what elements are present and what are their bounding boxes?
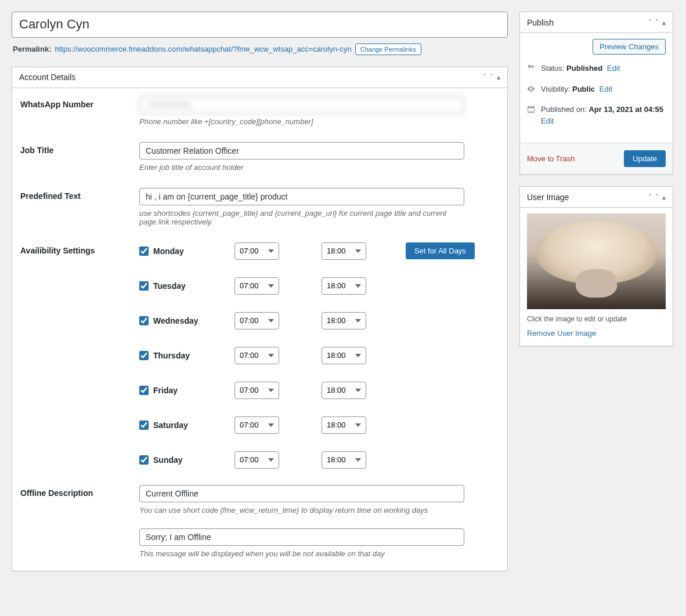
offline-desc-input-1[interactable] bbox=[139, 485, 464, 502]
whatsapp-number-help: Phone number like +[country_code][phone_… bbox=[139, 117, 464, 126]
key-icon bbox=[527, 64, 536, 75]
predefined-text-label: Predefined Text bbox=[20, 188, 139, 226]
time-to-select[interactable]: 18:00 bbox=[322, 382, 366, 399]
move-up-icon[interactable]: ˄ bbox=[648, 19, 652, 26]
job-title-help: Enter job title of account holder bbox=[139, 163, 464, 172]
time-from-select[interactable]: 07:00 bbox=[234, 451, 279, 469]
time-to-select[interactable]: 18:00 bbox=[322, 451, 366, 469]
whatsapp-number-input[interactable] bbox=[139, 96, 464, 114]
set-all-days-button[interactable]: Set for All Days bbox=[406, 242, 475, 259]
permalink-label: Permalink: bbox=[13, 45, 51, 53]
time-to-select[interactable]: 18:00 bbox=[322, 277, 366, 295]
offline-desc-label: Offline Description bbox=[20, 485, 139, 558]
time-from-select[interactable]: 07:00 bbox=[234, 242, 279, 260]
predefined-text-input[interactable] bbox=[139, 188, 464, 205]
day-label: Thursday bbox=[153, 351, 190, 360]
time-from-select[interactable]: 07:00 bbox=[234, 312, 279, 329]
published-on-value: Apr 13, 2021 at 04:55 bbox=[588, 105, 663, 114]
move-up-icon[interactable]: ˄ bbox=[648, 194, 652, 201]
time-to-select[interactable]: 18:00 bbox=[322, 347, 366, 364]
offline-desc-input-2[interactable] bbox=[139, 528, 464, 546]
post-title-input[interactable] bbox=[12, 12, 508, 38]
user-image-heading: User Image bbox=[527, 193, 569, 202]
account-details-box: Account Details ˄ ˅ ▴ WhatsApp Number Ph… bbox=[12, 67, 508, 571]
job-title-input[interactable] bbox=[139, 142, 464, 160]
offline-desc-help-2: This message will be displayed when you … bbox=[139, 549, 464, 558]
status-value: Published bbox=[566, 64, 602, 73]
day-checkbox[interactable] bbox=[139, 281, 149, 291]
availability-row: Sunday07:0018:00 bbox=[139, 451, 499, 469]
availability-row: Tuesday07:0018:00 bbox=[139, 277, 499, 295]
preview-changes-button[interactable]: Preview Changes bbox=[593, 39, 666, 55]
toggle-icon[interactable]: ▴ bbox=[662, 194, 666, 201]
edit-status-link[interactable]: Edit bbox=[607, 64, 620, 73]
edit-date-link[interactable]: Edit bbox=[541, 117, 554, 125]
permalink-row: Permalink: https://woocommerce.fmeaddons… bbox=[13, 44, 507, 55]
time-from-select[interactable]: 07:00 bbox=[234, 416, 279, 434]
move-up-icon[interactable]: ˄ bbox=[483, 74, 486, 81]
visibility-value: Public bbox=[572, 85, 595, 93]
move-down-icon[interactable]: ˅ bbox=[655, 19, 659, 26]
update-button[interactable]: Update bbox=[624, 150, 666, 167]
day-label: Tuesday bbox=[153, 281, 186, 291]
permalink-url[interactable]: https://woocommerce.fmeaddons.com/whatsa… bbox=[55, 45, 351, 53]
availability-row: Wednesday07:0018:00 bbox=[139, 312, 499, 329]
day-checkbox[interactable] bbox=[139, 386, 149, 395]
move-to-trash-link[interactable]: Move to Trash bbox=[527, 154, 575, 163]
calendar-icon bbox=[527, 105, 536, 117]
move-down-icon[interactable]: ˅ bbox=[490, 74, 493, 81]
day-checkbox[interactable] bbox=[139, 455, 149, 465]
user-image-caption: Click the image to edit or update bbox=[527, 315, 666, 323]
day-label: Monday bbox=[153, 247, 184, 256]
toggle-icon[interactable]: ▴ bbox=[662, 19, 666, 26]
offline-desc-help-1: You can use short code {fme_wcw_return_t… bbox=[139, 506, 464, 514]
availability-label: Availibility Settings bbox=[20, 242, 139, 469]
time-from-select[interactable]: 07:00 bbox=[234, 277, 279, 295]
move-down-icon[interactable]: ˅ bbox=[655, 194, 659, 201]
time-from-select[interactable]: 07:00 bbox=[234, 347, 279, 364]
eye-icon bbox=[527, 85, 536, 96]
time-to-select[interactable]: 18:00 bbox=[322, 312, 366, 329]
user-image-thumbnail[interactable] bbox=[527, 213, 666, 309]
day-label: Wednesday bbox=[153, 316, 198, 325]
visibility-label: Visibility: bbox=[541, 85, 570, 93]
predefined-text-help: use shortcodes {current_page_title} and … bbox=[139, 209, 464, 226]
day-label: Friday bbox=[153, 386, 178, 395]
day-label: Saturday bbox=[153, 421, 188, 430]
status-label: Status: bbox=[541, 64, 564, 73]
availability-row: Friday07:0018:00 bbox=[139, 382, 499, 399]
day-checkbox[interactable] bbox=[139, 247, 149, 256]
day-checkbox[interactable] bbox=[139, 351, 149, 360]
remove-user-image-link[interactable]: Remove User Image bbox=[527, 329, 666, 338]
account-details-heading: Account Details bbox=[19, 73, 75, 82]
toggle-icon[interactable]: ▴ bbox=[497, 74, 500, 81]
time-to-select[interactable]: 18:00 bbox=[322, 416, 366, 434]
day-label: Sunday bbox=[153, 455, 183, 465]
publish-heading: Publish bbox=[527, 18, 554, 27]
availability-row: Saturday07:0018:00 bbox=[139, 416, 499, 434]
day-checkbox[interactable] bbox=[139, 421, 149, 430]
user-image-box: User Image ˄ ˅ ▴ Click the image to edit… bbox=[519, 186, 673, 346]
availability-row: Thursday07:0018:00 bbox=[139, 347, 499, 364]
availability-row: Monday07:0018:00Set for All Days bbox=[139, 242, 499, 260]
time-to-select[interactable]: 18:00 bbox=[322, 242, 366, 260]
publish-box: Publish ˄ ˅ ▴ Preview Changes Status: bbox=[519, 12, 673, 175]
published-on-label: Published on: bbox=[541, 105, 587, 114]
day-checkbox[interactable] bbox=[139, 316, 149, 325]
job-title-label: Job Title bbox=[20, 142, 139, 172]
edit-visibility-link[interactable]: Edit bbox=[600, 85, 612, 93]
time-from-select[interactable]: 07:00 bbox=[234, 382, 279, 399]
whatsapp-number-label: WhatsApp Number bbox=[20, 96, 139, 126]
change-permalinks-button[interactable]: Change Permalinks bbox=[355, 44, 421, 55]
